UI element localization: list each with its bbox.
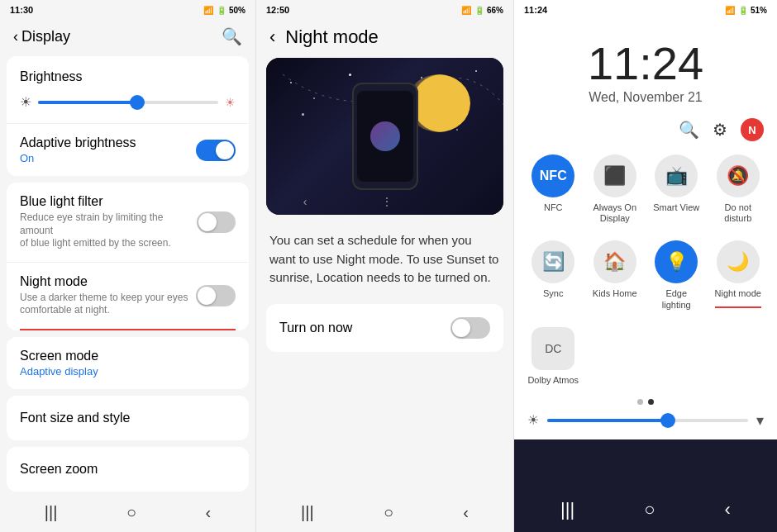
back-nav-button-p2[interactable]: ‹ [463,503,469,522]
adaptive-brightness-row[interactable]: Adaptive brightness On [7,123,249,176]
qs-night-mode[interactable]: 🌙 Night mode [715,240,761,299]
dolby-icon-btn[interactable]: DC [532,327,574,370]
brightness-fill [38,101,137,104]
time-panel2: 12:50 [266,5,289,15]
display-title: Display [21,28,70,45]
wifi-icon-p2: 📶 [461,6,471,15]
font-size-item[interactable]: Font size and style [7,396,249,440]
qs-always-on[interactable]: ⬛ Always On Display [589,154,641,224]
brightness-thumb [130,95,145,110]
dnd-label: Do not disturb [713,202,765,224]
back-button-p2[interactable]: ‹ [269,26,275,48]
qs-grid-row2: 🔄 Sync 🏠 Kids Home 💡 Edge lighting 🌙 Nig… [514,234,777,320]
night-mode-item[interactable]: Night mode Use a darker theme to keep yo… [7,262,249,329]
sync-icon-btn[interactable]: 🔄 [532,240,574,283]
screen-mode-item[interactable]: Screen mode Adaptive display [7,337,249,389]
back-nav-button[interactable]: ‹ [206,503,212,522]
turn-on-toggle[interactable] [450,317,490,339]
adaptive-brightness-status: On [20,152,136,164]
blue-light-text: Blue light filter Reduce eye strain by l… [20,194,197,250]
recents-button[interactable]: ||| [45,503,58,522]
screen-mode-label: Screen mode [20,349,236,363]
kids-home-icon: 🏠 [603,251,626,273]
blue-light-sub: Reduce eye strain by limiting the amount… [20,211,197,250]
recents-button-p2[interactable]: ||| [301,503,314,522]
dnd-icon: 🔕 [727,165,749,187]
night-mode-header: ‹ Night mode [256,20,513,58]
adaptive-brightness-label: Adaptive brightness [20,135,136,150]
qs-brightness-slider[interactable] [547,419,748,422]
qs-sync[interactable]: 🔄 Sync [527,240,579,310]
night-mode-preview: ‹ ⋮ [266,58,503,215]
night-mode-toggle[interactable] [196,285,236,306]
home-button[interactable]: ○ [126,503,136,522]
font-size-card[interactable]: Font size and style [7,396,249,440]
nav-bar-panel1: ||| ○ ‹ [0,493,255,532]
back-nav-button-p3[interactable]: ‹ [725,499,731,520]
night-mode-panel: 12:50 📶 🔋 66% ‹ Night mode [256,0,514,532]
adaptive-brightness-toggle[interactable] [196,140,236,161]
screen-zoom-item[interactable]: Screen zoom [7,447,249,492]
dnd-icon-btn[interactable]: 🔕 [717,154,760,197]
night-nav-back[interactable]: ‹ [303,195,307,208]
nfc-icon-btn[interactable]: NFC [532,154,574,197]
qs-grid-row3: DC Dolby Atmos [514,321,777,396]
screen-mode-card[interactable]: Screen mode Adaptive display [7,337,249,389]
smart-view-icon: 📺 [665,165,688,187]
brightness-low-icon: ☀ [20,94,31,110]
toggle-thumb-blue [198,213,217,231]
qs-bottom: ||| ○ ‹ [514,439,777,532]
brightness-title: Brightness [20,69,236,84]
home-button-p3[interactable]: ○ [644,499,655,520]
qs-dolby[interactable]: DC Dolby Atmos [527,327,579,386]
brightness-section: Brightness ☀ ☀ [7,56,249,123]
brightness-slider[interactable] [38,101,218,104]
qs-smart-view[interactable]: 📺 Smart View [651,154,703,224]
night-mode-icon-btn[interactable]: 🌙 [717,240,760,283]
recents-button-p3[interactable]: ||| [560,499,574,520]
night-mode-text: Night mode Use a darker theme to keep yo… [20,274,188,317]
smart-view-label: Smart View [653,202,699,213]
qs-night-mode-wrapper: 🌙 Night mode [713,240,765,310]
status-bar-panel3: 11:24 📶 🔋 51% [514,0,777,20]
dolby-icon: DC [545,342,561,355]
home-button-p2[interactable]: ○ [384,503,393,522]
turn-on-label: Turn on now [279,321,352,335]
night-mode-qs-icon: 🌙 [727,251,749,273]
time-panel3: 11:24 [524,5,547,15]
qs-nfc[interactable]: NFC NFC [527,154,579,224]
battery-panel3: 🔋 51% [738,6,767,15]
qs-header: 🔍 ⚙ N [514,112,777,148]
font-size-label: Font size and style [20,411,130,425]
nav-bar-panel2: ||| ○ ‹ [256,493,513,532]
edge-lighting-icon-btn[interactable]: 💡 [655,240,698,283]
qs-search-button[interactable]: 🔍 [679,120,699,140]
brightness-row: ☀ ☀ [20,94,236,110]
screen-zoom-card[interactable]: Screen zoom [7,447,249,492]
blue-light-filter-item[interactable]: Blue light filter Reduce eye strain by l… [7,183,249,262]
qs-edge-lighting[interactable]: 💡 Edge lighting [651,240,703,310]
expand-brightness-button[interactable]: ▾ [756,411,764,430]
qs-kids-home[interactable]: 🏠 Kids Home [589,240,641,310]
night-nav-more[interactable]: ⋮ [381,195,393,208]
lock-clock: 11:24 [514,36,777,90]
search-button[interactable]: 🔍 [222,26,242,46]
qs-dnd[interactable]: 🔕 Do not disturb [713,154,765,224]
status-bar-panel2: 12:50 📶 🔋 66% [256,0,513,20]
brightness-card: Brightness ☀ ☀ Adaptive brightness On [7,56,249,176]
qs-settings-button[interactable]: ⚙ [713,120,727,140]
turn-on-row[interactable]: Turn on now [266,304,503,352]
smart-view-icon-btn[interactable]: 📺 [655,154,698,197]
always-on-icon-btn[interactable]: ⬛ [593,154,636,197]
night-mode-description: You can set a schedule for when you want… [256,215,513,304]
kids-home-icon-btn[interactable]: 🏠 [593,240,636,283]
status-icons-panel1: 📶 🔋 50% [203,6,245,15]
always-on-label: Always On Display [589,202,641,224]
status-bar-panel1: 11:30 📶 🔋 50% [0,0,255,20]
back-button[interactable]: ‹ Display [13,28,70,45]
blue-light-toggle[interactable] [197,211,236,233]
notification-badge[interactable]: N [741,118,764,141]
nfc-label: NFC [544,202,563,213]
brightness-high-icon: ☀ [225,96,236,109]
phone-mockup [352,83,418,190]
